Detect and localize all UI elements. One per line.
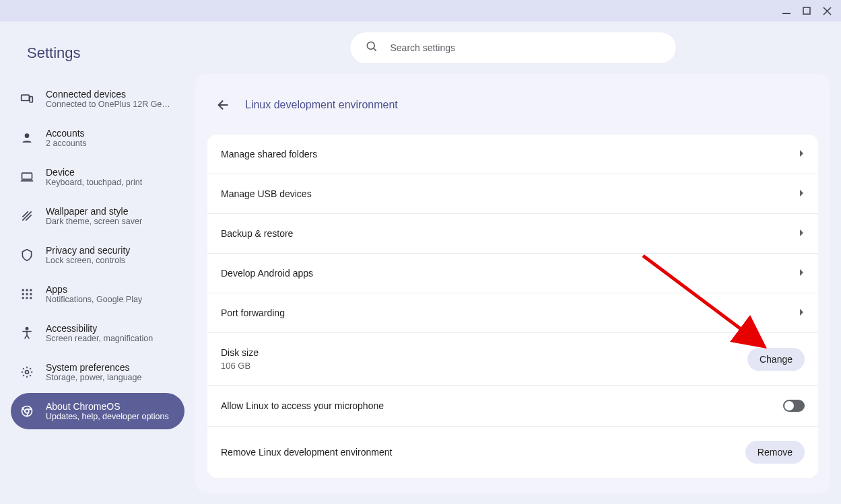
nav-title: Apps [46,284,142,295]
svg-point-8 [30,289,32,291]
nav-title: Wallpaper and style [46,206,142,217]
maximize-icon[interactable] [803,7,811,15]
remove-button[interactable]: Remove [745,441,805,464]
nav-sub: Storage, power, language [46,373,141,382]
svg-rect-5 [22,173,32,179]
main-content: Linux development environment Manage sha… [195,22,841,504]
row-remove-linux: Remove Linux development environment Rem… [207,427,818,478]
disk-size-value: 106 GB [221,361,259,371]
chevron-right-icon [799,228,805,239]
change-button[interactable]: Change [747,348,805,371]
svg-point-15 [26,328,28,330]
nav-title: Device [46,167,142,178]
sidebar-item-about-chromeos[interactable]: About ChromeOSUpdates, help, developer o… [11,393,184,429]
svg-point-10 [26,293,28,295]
row-manage-shared-folders[interactable]: Manage shared folders [207,135,818,174]
app-title: Settings [11,32,184,78]
sidebar: Settings Connected devicesConnected to O… [0,22,195,504]
search-box[interactable] [350,32,676,63]
sidebar-item-system-preferences[interactable]: System preferencesStorage, power, langua… [11,354,184,390]
nav-title: Accessibility [46,323,153,334]
account-icon [20,131,34,145]
row-microphone-access: Allow Linux to access your microphone [207,386,818,427]
devices-icon [20,92,34,106]
chrome-icon [20,404,34,418]
nav-sub: 2 accounts [46,139,86,148]
apps-grid-icon [20,287,34,301]
svg-rect-0 [782,13,790,14]
nav-sub: Connected to OnePlus 12R Gens… [46,100,174,109]
row-label: Manage USB devices [221,188,312,199]
svg-rect-3 [30,97,32,102]
settings-list: Manage shared folders Manage USB devices… [207,135,818,478]
svg-point-16 [26,371,29,374]
shield-icon [20,248,34,262]
nav-title: Privacy and security [46,245,130,256]
svg-rect-1 [803,7,810,14]
row-label: Backup & restore [221,228,293,239]
nav-title: Connected devices [46,89,174,100]
svg-point-7 [26,289,28,291]
svg-point-11 [30,293,32,295]
row-label: Allow Linux to access your microphone [221,400,384,411]
palette-icon [20,209,34,223]
close-icon[interactable] [823,7,832,15]
microphone-toggle[interactable] [783,400,805,412]
sidebar-item-accessibility[interactable]: AccessibilityScreen reader, magnificatio… [11,315,184,351]
chevron-right-icon [799,149,805,159]
nav-title: System preferences [46,362,141,373]
page-title: Linux development environment [245,99,398,111]
svg-point-13 [26,297,28,299]
row-manage-usb-devices[interactable]: Manage USB devices [207,174,818,214]
minimize-icon[interactable] [782,7,790,15]
row-label: Remove Linux development environment [221,447,392,458]
chevron-right-icon [799,308,805,318]
svg-point-6 [22,289,24,291]
row-label: Manage shared folders [221,149,317,159]
nav-sub: Screen reader, magnification [46,334,153,343]
svg-point-9 [22,293,24,295]
settings-card: Linux development environment Manage sha… [195,74,830,493]
svg-point-19 [367,42,374,49]
row-label: Disk size [221,347,259,358]
row-label: Develop Android apps [221,268,313,279]
nav-sub: Keyboard, touchpad, print [46,178,142,187]
nav-sub: Notifications, Google Play [46,295,142,304]
chevron-right-icon [799,268,805,279]
laptop-icon [20,170,34,184]
accessibility-icon [20,326,34,340]
gear-icon [20,365,34,379]
sidebar-item-wallpaper[interactable]: Wallpaper and styleDark theme, screen sa… [11,198,184,234]
search-input[interactable] [391,42,661,53]
chevron-right-icon [799,188,805,199]
svg-point-14 [30,297,32,299]
svg-point-12 [22,297,24,299]
sidebar-item-device[interactable]: DeviceKeyboard, touchpad, print [11,159,184,195]
row-disk-size: Disk size 106 GB Change [207,333,818,386]
sidebar-item-privacy[interactable]: Privacy and securityLock screen, control… [11,237,184,273]
nav-sub: Lock screen, controls [46,256,130,265]
svg-point-4 [25,133,30,138]
nav-sub: Updates, help, developer options [46,412,169,421]
nav-sub: Dark theme, screen saver [46,217,142,226]
window-titlebar [0,0,841,22]
nav-title: About ChromeOS [46,401,169,412]
sidebar-item-apps[interactable]: AppsNotifications, Google Play [11,276,184,312]
sidebar-item-connected-devices[interactable]: Connected devicesConnected to OnePlus 12… [11,81,184,117]
back-button[interactable] [211,93,236,117]
row-develop-android-apps[interactable]: Develop Android apps [207,254,818,293]
sidebar-item-accounts[interactable]: Accounts2 accounts [11,120,184,156]
row-backup-restore[interactable]: Backup & restore [207,214,818,254]
nav-title: Accounts [46,128,86,139]
svg-rect-2 [22,95,30,100]
search-icon [365,40,378,56]
row-port-forwarding[interactable]: Port forwarding [207,293,818,333]
row-label: Port forwarding [221,308,285,318]
